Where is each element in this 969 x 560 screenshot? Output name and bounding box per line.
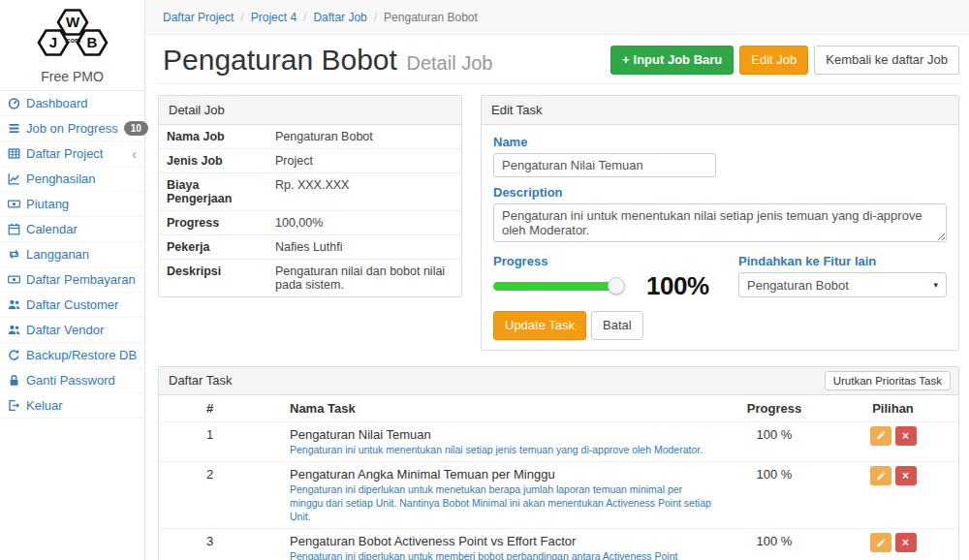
sidebar-item-langganan[interactable]: Langganan xyxy=(0,242,144,267)
breadcrumb-current: Pengaturan Bobot xyxy=(384,11,478,24)
pencil-icon xyxy=(876,430,886,441)
move-feature-select[interactable]: Pengaturan Bobot ▾ xyxy=(738,272,947,297)
lock-icon xyxy=(8,374,20,387)
detail-row-deskripsi: Deskripsi Pengaturan nilai dan bobot nil… xyxy=(159,260,461,296)
task-progress: 100 % xyxy=(721,422,828,462)
delete-task-row-button[interactable]: × xyxy=(895,466,917,485)
svg-text:B: B xyxy=(86,34,97,50)
task-description-textarea[interactable]: Pengaturan ini untuk menentukan nilai se… xyxy=(493,203,947,242)
batal-button[interactable]: Batal xyxy=(591,311,643,340)
edit-job-button[interactable]: Edit Job xyxy=(739,46,808,75)
breadcrumb-link-project-4[interactable]: Project 4 xyxy=(251,11,297,24)
sidebar-item-piutang[interactable]: Piutang xyxy=(0,192,144,217)
progress-slider-wrap: 100% xyxy=(493,272,738,299)
task-name: Pengaturan Nilai Temuan xyxy=(290,427,713,442)
detail-label: Nama Job xyxy=(159,125,267,148)
detail-row-jenis-job: Jenis Job Project xyxy=(159,149,461,173)
column-progress: Progress xyxy=(721,395,828,421)
sidebar-item-daftar-vendor[interactable]: Daftar Vendor xyxy=(0,318,144,343)
breadcrumb: Daftar Project/Project 4/Daftar Job/Peng… xyxy=(145,0,969,35)
brand: J W B .com Free PMO xyxy=(0,0,144,91)
page-subtitle: Detail Job xyxy=(407,52,493,74)
detail-value: Project xyxy=(267,149,461,172)
sidebar-item-daftar-pembayaran[interactable]: Daftar Pembayaran xyxy=(0,267,144,293)
task-description: Pengaturan ini untuk menentukan nilai se… xyxy=(290,444,713,457)
edit-task-row-button[interactable] xyxy=(870,466,891,485)
progress-group: Progress 100% xyxy=(493,254,738,299)
sidebar-item-backup-restore[interactable]: Backup/Restore DB xyxy=(0,343,144,368)
svg-text:W: W xyxy=(65,14,79,30)
column-nama-task: Nama Task xyxy=(261,395,721,421)
table-row: 1 Pengaturan Nilai Temuan Pengaturan ini… xyxy=(159,421,958,462)
task-actions: × xyxy=(828,422,958,462)
money-icon xyxy=(8,198,20,210)
delete-task-row-button[interactable]: × xyxy=(895,426,917,446)
detail-label: Jenis Job xyxy=(159,149,267,172)
sidebar-item-penghasilan[interactable]: Penghasilan xyxy=(0,167,144,192)
detail-value: Pengaturan Bobot xyxy=(267,125,461,148)
breadcrumb-link-daftar-job[interactable]: Daftar Job xyxy=(313,11,366,24)
edit-task-row-button[interactable] xyxy=(870,533,891,552)
edit-task-panel: Edit Task Name Description Pengaturan in… xyxy=(481,95,959,351)
progress-label: Progress xyxy=(493,254,738,268)
sidebar: J W B .com Free PMO Dashboard Job on Pro… xyxy=(0,0,145,560)
slider-handle[interactable] xyxy=(608,277,625,295)
sidebar-item-daftar-customer[interactable]: Daftar Customer xyxy=(0,293,144,318)
sidebar-item-label: Calendar xyxy=(26,222,78,236)
delete-task-row-button[interactable]: × xyxy=(895,533,917,552)
kembali-ke-daftar-job-button[interactable]: Kembali ke daftar Job xyxy=(814,46,959,75)
progress-move-row: Progress 100% Pindahkan ke Fitur lain xyxy=(493,254,947,299)
task-no: 3 xyxy=(159,529,261,560)
users-icon xyxy=(8,298,20,311)
breadcrumb-separator: / xyxy=(240,11,243,24)
refresh-icon xyxy=(8,349,20,361)
main-content: Daftar Project/Project 4/Daftar Job/Peng… xyxy=(145,0,969,560)
pencil-icon xyxy=(876,538,886,548)
daftar-task-header: Daftar Task Urutkan Prioritas Task xyxy=(159,367,958,395)
task-name-input[interactable] xyxy=(493,153,716,177)
task-actions: × xyxy=(828,529,958,560)
task-description: Pengaturan ini diperlukan untuk memberi … xyxy=(290,550,713,560)
header-actions: +Input Job Baru Edit Job Kembali ke daft… xyxy=(610,46,959,75)
sidebar-item-dashboard[interactable]: Dashboard xyxy=(0,91,144,116)
jwb-logo: J W B .com xyxy=(22,8,123,64)
task-no: 2 xyxy=(159,462,261,528)
sidebar-item-label: Dashboard xyxy=(26,96,88,110)
list-icon xyxy=(8,122,20,135)
sidebar-item-calendar[interactable]: Calendar xyxy=(0,217,144,242)
page-header: Pengaturan Bobot Detail Job +Input Job B… xyxy=(145,35,969,77)
edit-task-row-button[interactable] xyxy=(870,426,891,446)
close-icon: × xyxy=(902,537,909,548)
sign-out-icon xyxy=(8,399,20,412)
daftar-task-title: Daftar Task xyxy=(169,373,233,388)
sidebar-item-job-on-progress[interactable]: Job on Progress 10 xyxy=(0,116,144,141)
move-group: Pindahkan ke Fitur lain Pengaturan Bobot… xyxy=(738,254,947,299)
retweet-icon xyxy=(8,248,20,261)
update-task-button[interactable]: Update Task xyxy=(493,311,586,340)
sidebar-item-daftar-project[interactable]: Daftar Project ‹ xyxy=(0,141,144,167)
sidebar-item-label: Job on Progress xyxy=(26,121,118,136)
sidebar-item-keluar[interactable]: Keluar xyxy=(0,393,144,419)
pencil-icon xyxy=(876,471,886,482)
task-progress: 100 % xyxy=(721,462,828,528)
detail-value: Nafies Luthfi xyxy=(267,235,461,259)
detail-value: Rp. XXX.XXX xyxy=(267,173,461,210)
task-name: Pengaturan Angka Minimal Temuan per Ming… xyxy=(290,467,713,482)
urutkan-prioritas-top-button[interactable]: Urutkan Prioritas Task xyxy=(825,371,951,390)
name-label: Name xyxy=(493,135,947,149)
task-name-cell: Pengaturan Nilai Temuan Pengaturan ini u… xyxy=(261,422,721,462)
input-job-baru-button[interactable]: +Input Job Baru xyxy=(610,46,734,75)
plus-icon: + xyxy=(622,52,630,67)
table-row: 2 Pengaturan Angka Minimal Temuan per Mi… xyxy=(159,461,958,528)
panels-row: Detail Job Nama Job Pengaturan Bobot Jen… xyxy=(145,95,969,351)
sidebar-item-ganti-password[interactable]: Ganti Password xyxy=(0,368,144,393)
breadcrumb-separator: / xyxy=(303,11,306,24)
svg-text:.com: .com xyxy=(64,37,79,44)
task-description: Pengaturan ini diperlukan untuk menetuka… xyxy=(290,483,713,523)
move-feature-label: Pindahkan ke Fitur lain xyxy=(738,254,947,268)
close-icon: × xyxy=(902,430,909,442)
detail-label: Deskripsi xyxy=(159,260,267,296)
app-window: J W B .com Free PMO Dashboard Job on Pro… xyxy=(0,0,969,560)
progress-slider[interactable] xyxy=(493,282,617,291)
breadcrumb-link-daftar-project[interactable]: Daftar Project xyxy=(163,11,234,24)
